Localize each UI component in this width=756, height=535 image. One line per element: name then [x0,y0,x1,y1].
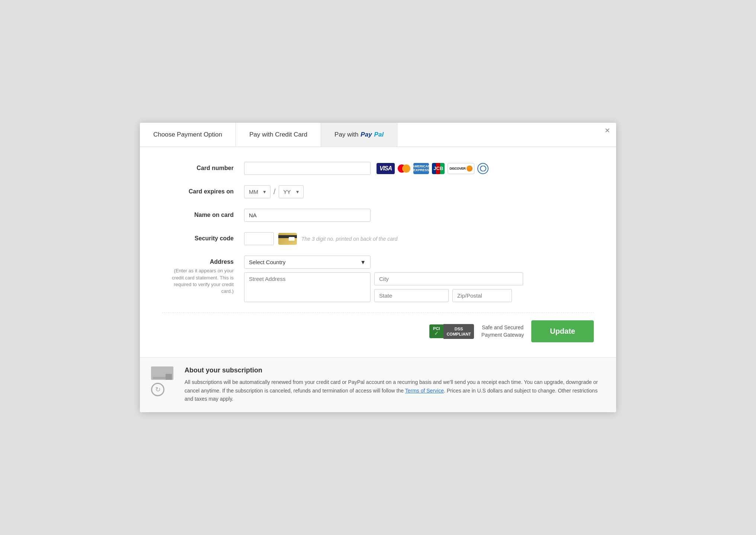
close-button[interactable]: ✕ [605,127,610,134]
name-on-card-row: Name on card [162,209,594,222]
street-address-input[interactable] [244,272,371,302]
expires-separator: / [273,188,276,196]
subscription-content: About your subscription All subscription… [185,366,605,403]
card-number-row: Card number VISA AMERICANEXPRESS JCB [162,162,594,175]
diners-icon [477,163,488,174]
card-number-label: Card number [162,162,244,172]
form-footer: PCI ✓ DSS COMPLIANT Safe and SecuredPaym… [162,313,594,346]
amex-icon: AMERICANEXPRESS [413,163,429,174]
security-hint: The 3 digit no. printed on back of the c… [301,236,397,242]
tab-credit-card[interactable]: Pay with Credit Card [236,123,321,147]
card-number-input[interactable] [244,162,371,175]
country-dropdown[interactable]: Select Country ▼ [244,256,371,269]
month-dropdown-wrapper: MM ▼ [244,185,270,198]
card-brand-icons: VISA AMERICANEXPRESS JCB DISCOVER [377,163,488,174]
security-code-input[interactable] [244,232,274,245]
city-state-zip-group [374,272,523,302]
name-on-card-input[interactable] [244,209,371,222]
security-code-row: Security code The 3 digit no. printed on… [162,232,594,245]
subscription-title: About your subscription [185,366,605,374]
tab-choose-payment[interactable]: Choose Payment Option [140,123,236,147]
security-field-group: The 3 digit no. printed on back of the c… [244,232,397,245]
year-dropdown[interactable]: YY [279,185,304,198]
dss-label: DSS COMPLIANT [443,324,474,339]
zip-input[interactable] [452,289,512,302]
form-content: Card number VISA AMERICANEXPRESS JCB [140,147,616,357]
pci-shield-icon: PCI ✓ [429,324,443,338]
subscription-body: All subscriptions will be automatically … [185,378,605,403]
mastercard-icon [398,164,410,173]
gateway-text: Safe and SecuredPayment Gateway [481,324,524,339]
country-dropdown-arrow: ▼ [360,259,366,265]
payment-modal: ✕ Choose Payment Option Pay with Credit … [140,123,616,412]
card-expires-label: Card expires on [162,185,244,195]
card-number-field-group: VISA AMERICANEXPRESS JCB DISCOVER [244,162,488,175]
subscription-icon-group: ↻ [151,366,177,396]
castle-icon [151,366,173,380]
year-dropdown-wrapper: YY ▼ [279,185,304,198]
state-zip-row [374,289,523,302]
visa-icon: VISA [377,163,395,174]
card-back-icon [278,233,297,245]
pci-dss-badge: PCI ✓ DSS COMPLIANT [429,324,474,339]
address-note: (Enter as it appears on your credit card… [162,268,234,295]
tos-link[interactable]: Terms of Service [405,388,444,394]
city-input[interactable] [374,272,523,285]
address-field-group: Select Country ▼ [244,256,523,302]
tab-bar: Choose Payment Option Pay with Credit Ca… [140,123,616,147]
discover-icon: DISCOVER [448,163,474,174]
name-on-card-label: Name on card [162,209,244,218]
address-label: Address (Enter as it appears on your cre… [162,256,244,295]
card-expires-row: Card expires on MM ▼ / YY ▼ [162,185,594,198]
update-button[interactable]: Update [531,320,594,342]
subscription-section: ↻ About your subscription All subscripti… [140,357,616,412]
state-input[interactable] [374,289,449,302]
expires-field-group: MM ▼ / YY ▼ [244,185,304,198]
address-row: Address (Enter as it appears on your cre… [162,256,594,302]
refresh-icon: ↻ [151,383,164,396]
security-code-label: Security code [162,232,244,242]
jcb-icon: JCB [432,163,445,174]
address-fields-group [244,272,523,302]
month-dropdown[interactable]: MM [244,185,270,198]
tab-paypal[interactable]: Pay with PayPal [321,123,397,147]
